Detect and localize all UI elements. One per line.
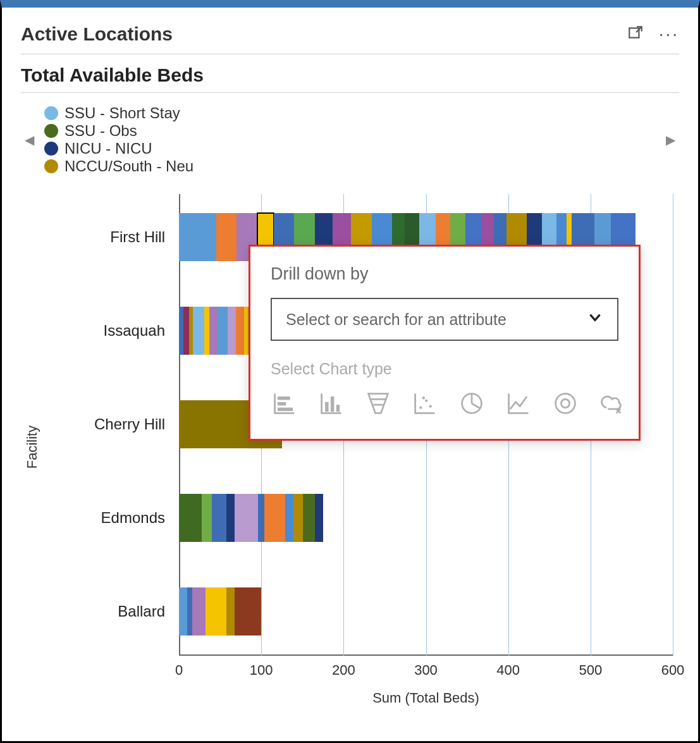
bar-segment[interactable] <box>179 494 202 542</box>
chart-card: Active Locations ··· Total Available Bed… <box>0 0 700 743</box>
legend-label: NCCU/South - Neu <box>64 157 193 175</box>
x-axis-label: Sum (Total Beds) <box>179 690 673 706</box>
plot-area: Facility First HillIssaquahCherry HillEd… <box>46 188 679 706</box>
vertical-bar-chart-icon[interactable] <box>317 390 345 420</box>
x-tick-label: 200 <box>332 662 355 679</box>
bar-segment[interactable] <box>226 587 235 636</box>
scatter-chart-icon[interactable] <box>411 390 439 420</box>
x-tick-label: 500 <box>579 662 602 679</box>
legend-scroll-right[interactable]: ▶ <box>662 132 679 147</box>
donut-chart-icon[interactable] <box>551 390 579 420</box>
drill-down-placeholder: Select or search for an attribute <box>286 310 507 329</box>
chevron-down-icon <box>587 309 603 329</box>
bar-segment[interactable] <box>218 307 228 355</box>
chart-type-label: Select Chart type <box>271 360 618 378</box>
drill-down-popup: Drill down by Select or search for an at… <box>249 245 641 441</box>
bar-segment[interactable] <box>179 587 187 636</box>
card-header: Active Locations ··· <box>21 23 679 54</box>
category-label: Edmonds <box>101 509 179 527</box>
bar-segment[interactable] <box>187 587 192 636</box>
x-axis: 0100200300400500600 <box>179 662 673 681</box>
svg-rect-4 <box>325 402 329 412</box>
category-label: Cherry Hill <box>94 415 179 433</box>
legend-swatch <box>44 106 58 120</box>
bar-segment[interactable] <box>228 307 236 355</box>
horizontal-bar-chart-icon[interactable] <box>271 390 298 420</box>
legend-label: SSU - Short Stay <box>64 104 180 122</box>
svg-rect-3 <box>278 408 293 412</box>
bar-segment[interactable] <box>183 307 189 355</box>
bar-segment[interactable] <box>264 494 285 542</box>
bar-row[interactable]: Ballard <box>179 587 673 636</box>
legend-swatch <box>44 142 58 156</box>
legend-item[interactable]: NCCU/South - Neu <box>44 157 193 175</box>
bar-segment[interactable] <box>285 494 293 542</box>
svg-point-7 <box>419 406 422 408</box>
x-tick-label: 600 <box>661 662 685 679</box>
svg-point-13 <box>561 399 569 407</box>
svg-rect-6 <box>336 405 340 412</box>
card-toolbar: ··· <box>627 25 679 44</box>
svg-point-9 <box>429 405 432 407</box>
legend-swatch <box>44 124 58 138</box>
wordcloud-chart-icon[interactable] <box>598 390 626 420</box>
legend-swatch <box>44 159 58 173</box>
grid-line <box>673 194 673 656</box>
drill-down-title: Drill down by <box>271 264 618 284</box>
x-tick-label: 100 <box>250 662 273 679</box>
legend-label: SSU - Obs <box>64 122 137 140</box>
category-label: Issaquah <box>104 322 179 340</box>
drill-down-attribute-select[interactable]: Select or search for an attribute <box>271 298 618 341</box>
chart-title: Total Available Beds <box>21 54 679 93</box>
pie-chart-icon[interactable] <box>458 390 486 420</box>
popout-icon[interactable] <box>627 25 644 44</box>
x-tick-label: 400 <box>496 662 520 679</box>
legend-item[interactable]: SSU - Short Stay <box>44 104 193 122</box>
legend-scroll-left[interactable]: ◀ <box>21 132 38 147</box>
chart-type-row <box>271 390 618 420</box>
svg-point-10 <box>422 396 425 399</box>
bar-segment[interactable] <box>226 494 235 542</box>
svg-rect-1 <box>278 396 290 400</box>
svg-rect-0 <box>629 28 639 37</box>
bar-segment[interactable] <box>206 587 227 636</box>
bar-segment[interactable] <box>303 494 314 542</box>
svg-point-12 <box>556 394 575 414</box>
line-chart-icon[interactable] <box>505 390 532 420</box>
legend-label: NICU - NICU <box>64 140 152 157</box>
bar-segment[interactable] <box>212 494 226 542</box>
category-label: Ballard <box>118 603 179 620</box>
bar-segment[interactable] <box>193 307 204 355</box>
more-options-icon[interactable]: ··· <box>659 31 679 37</box>
bar-row[interactable]: Edmonds <box>179 494 673 542</box>
bar-segment[interactable] <box>236 307 244 355</box>
bar-segment[interactable] <box>192 587 206 636</box>
bar-segment[interactable] <box>235 494 257 542</box>
bar-segment[interactable] <box>202 494 212 542</box>
funnel-chart-icon[interactable] <box>364 390 392 420</box>
bar-segment[interactable] <box>315 494 323 542</box>
bar-segment[interactable] <box>204 307 209 355</box>
legend: ◀ SSU - Short StaySSU - ObsNICU - NICUNC… <box>21 93 679 181</box>
bar-segment[interactable] <box>216 213 237 261</box>
category-label: First Hill <box>110 228 179 246</box>
bar-segment[interactable] <box>293 494 304 542</box>
y-axis-label: Facility <box>24 426 40 469</box>
bar-segment[interactable] <box>235 587 261 636</box>
svg-rect-5 <box>331 396 335 412</box>
legend-item[interactable]: NICU - NICU <box>44 140 193 157</box>
card-title: Active Locations <box>21 23 173 45</box>
x-tick-label: 0 <box>175 662 183 679</box>
svg-rect-2 <box>278 402 286 406</box>
bar-segment[interactable] <box>179 213 216 261</box>
x-tick-label: 300 <box>414 662 438 679</box>
bar-segment[interactable] <box>258 494 264 542</box>
legend-item[interactable]: SSU - Obs <box>44 122 193 140</box>
svg-point-8 <box>425 399 427 402</box>
bar-segment[interactable] <box>209 307 218 355</box>
